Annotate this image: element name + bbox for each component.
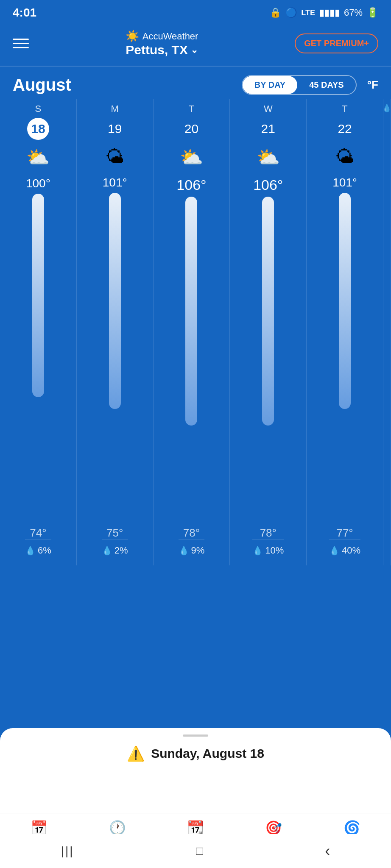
- header-center: ☀️ AccuWeather Pettus, TX ⌄: [126, 30, 198, 57]
- bluetooth-icon: 🔵: [285, 7, 297, 18]
- day-number-18: 18: [27, 118, 49, 140]
- month-section: August BY DAY 45 DAYS °F: [0, 67, 391, 99]
- rain-drop-icon-1: 💧: [102, 545, 112, 556]
- app-header: ☀️ AccuWeather Pettus, TX ⌄ GET PREMIUM+: [0, 25, 391, 66]
- 45-days-button[interactable]: 45 DAYS: [297, 76, 356, 94]
- precip-value-4: 40%: [342, 545, 360, 556]
- view-toggle[interactable]: BY DAY 45 DAYS: [242, 75, 357, 95]
- day-number-19: 19: [104, 118, 126, 140]
- day-letter-0: S: [35, 103, 42, 114]
- location-text: Pettus, TX: [126, 43, 188, 57]
- by-day-button[interactable]: BY DAY: [243, 76, 297, 94]
- rain-drop-icon-2: 💧: [179, 545, 189, 556]
- precip-row-2: 💧 9%: [179, 540, 205, 561]
- day-letter-3: W: [264, 103, 273, 114]
- month-label: August: [13, 75, 71, 95]
- day-letter-2: T: [189, 103, 194, 114]
- low-temp-0: 74°: [30, 526, 46, 540]
- precip-value-3: 10%: [265, 545, 284, 556]
- precip-row-0: 💧 6%: [25, 540, 51, 561]
- back-button[interactable]: ‹: [325, 842, 330, 860]
- temp-bar-2: [185, 197, 197, 426]
- precip-row-3: 💧 10%: [252, 540, 284, 561]
- low-temp-3: 78°: [260, 526, 276, 540]
- day-column-20[interactable]: T 20 ⛅ 106° 78° 💧 9%: [154, 99, 230, 565]
- day-column-19[interactable]: M 19 🌤 101° 75° 💧 2%: [77, 99, 154, 565]
- status-icons: 🔒 🔵 LTE ▮▮▮▮ 67% 🔋: [270, 7, 378, 18]
- rain-drop-icon-0: 💧: [25, 545, 36, 556]
- high-temp-0: 100°: [26, 177, 50, 190]
- weather-icon-4: 🌤: [335, 146, 354, 167]
- precip-value-0: 6%: [38, 545, 51, 556]
- temp-bar-section-1: 101° 75°: [79, 176, 151, 540]
- temp-bar-3: [262, 197, 274, 426]
- sheet-header: ⚠️ Sunday, August 18: [13, 745, 378, 762]
- rain-drop-icon-3: 💧: [252, 545, 263, 556]
- high-temp-4: 101°: [332, 176, 357, 189]
- partial-day-column: 💧: [383, 99, 391, 565]
- app-logo: ☀️ AccuWeather: [126, 30, 198, 43]
- status-bar: 4:01 🔒 🔵 LTE ▮▮▮▮ 67% 🔋: [0, 0, 391, 25]
- home-button[interactable]: □: [196, 844, 203, 858]
- day-letter-4: T: [342, 103, 347, 114]
- weather-icon-0: ⛅: [26, 146, 50, 168]
- day-column-18[interactable]: S 18 ⛅ 100° 74° 💧 6%: [0, 99, 77, 565]
- alert-triangle-icon: ⚠️: [127, 745, 145, 762]
- weather-icon-3: ⛅: [257, 146, 280, 168]
- high-temp-1: 101°: [103, 176, 127, 189]
- temp-bar-container-1: [109, 193, 121, 523]
- temp-bar-0: [32, 194, 44, 397]
- day-number-20: 20: [180, 118, 202, 140]
- low-temp-1: 75°: [106, 526, 123, 540]
- sun-logo-icon: ☀️: [126, 30, 139, 43]
- high-temp-2: 106°: [176, 177, 206, 193]
- weather-icon-1: 🌤: [106, 146, 124, 167]
- rain-drop-icon-4: 💧: [329, 545, 340, 556]
- bottom-sheet: ⚠️ Sunday, August 18: [0, 728, 391, 813]
- temp-bar-container-3: [262, 197, 274, 523]
- partial-precip: 💧: [383, 103, 391, 113]
- temp-bar-container-0: [32, 194, 44, 523]
- day-letter-1: M: [111, 103, 119, 114]
- temp-bar-section-0: 100° 74°: [2, 177, 74, 540]
- system-nav-bar: ||| □ ‹: [0, 834, 391, 868]
- signal-icon: ▮▮▮▮: [319, 7, 340, 18]
- lte-icon: LTE: [301, 8, 315, 17]
- hurricanes-nav-icon: 🌀: [344, 820, 360, 836]
- sheet-handle: [183, 734, 208, 737]
- location-selector[interactable]: Pettus, TX ⌄: [126, 43, 198, 57]
- calendar-days-container: S 18 ⛅ 100° 74° 💧 6% M 19 🌤 101° 75° 💧: [0, 99, 391, 565]
- temp-bar-container-4: [339, 193, 351, 523]
- app-name: AccuWeather: [142, 31, 198, 42]
- low-temp-2: 78°: [183, 526, 200, 540]
- sheet-date: Sunday, August 18: [151, 746, 264, 761]
- lock-icon: 🔒: [270, 7, 281, 18]
- precip-row-4: 💧 40%: [329, 540, 360, 561]
- day-number-22: 22: [334, 118, 356, 140]
- day-column-22[interactable]: T 22 🌤 101° 77° 💧 40%: [307, 99, 383, 565]
- today-nav-icon: 📅: [31, 820, 47, 836]
- day-column-21[interactable]: W 21 ⛅ 106° 78° 💧 10%: [230, 99, 307, 565]
- precip-value-2: 9%: [191, 545, 205, 556]
- recent-apps-button[interactable]: |||: [61, 844, 74, 858]
- menu-button[interactable]: [13, 39, 29, 48]
- weather-icon-2: ⛅: [180, 146, 203, 168]
- temp-bar-4: [339, 193, 351, 409]
- day-number-21: 21: [257, 118, 279, 140]
- temp-bar-1: [109, 193, 121, 409]
- radar-nav-icon: 🎯: [265, 820, 282, 836]
- temp-bar-section-4: 101° 77°: [309, 176, 381, 540]
- high-temp-3: 106°: [253, 177, 283, 193]
- battery-indicator: 67%: [344, 7, 363, 18]
- temp-bar-section-2: 106° 78°: [156, 177, 228, 540]
- low-temp-4: 77°: [336, 526, 353, 540]
- status-time: 4:01: [13, 6, 36, 19]
- unit-button[interactable]: °F: [367, 78, 378, 92]
- precip-row-1: 💧 2%: [102, 540, 128, 561]
- view-controls: BY DAY 45 DAYS °F: [242, 75, 378, 95]
- battery-icon: 🔋: [367, 7, 378, 18]
- premium-button[interactable]: GET PREMIUM+: [295, 33, 378, 53]
- chevron-down-icon: ⌄: [190, 45, 198, 56]
- hourly-nav-icon: 🕐: [109, 820, 126, 836]
- precip-value-1: 2%: [115, 545, 128, 556]
